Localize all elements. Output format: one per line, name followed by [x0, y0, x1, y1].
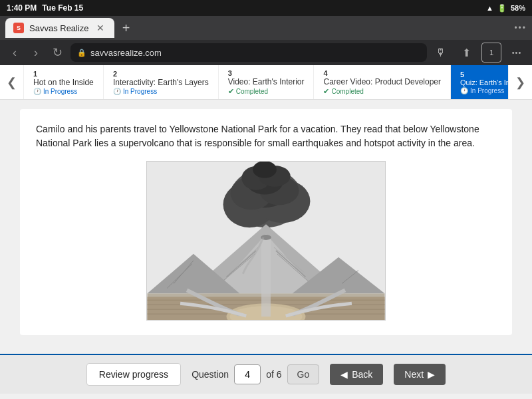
lock-icon: 🔒	[77, 49, 86, 57]
time-display: 1:40 PM	[7, 3, 37, 13]
back-nav-button[interactable]: ‹	[5, 43, 24, 62]
svg-rect-32	[261, 237, 271, 317]
lesson-status-1: 🕐 In Progress	[33, 88, 94, 95]
lesson-number-2: 2	[113, 70, 209, 78]
tab-menu-dots: •••	[514, 23, 527, 33]
clock-icon-5: 🕐	[460, 87, 468, 94]
lesson-status-2: 🕐 In Progress	[113, 88, 209, 95]
wifi-icon: ▲	[486, 4, 493, 12]
reload-button[interactable]: ↻	[48, 43, 66, 62]
status-right: ▲ 🔋 58%	[486, 4, 525, 13]
status-bar: 1:40 PM Tue Feb 15 ▲ 🔋 58%	[0, 0, 532, 16]
next-label: Next	[404, 369, 424, 380]
passage-text: Camilo and his parents travel to Yellows…	[36, 122, 496, 150]
tab-switcher-icon[interactable]: 1	[481, 43, 501, 63]
status-left: 1:40 PM Tue Feb 15	[7, 3, 83, 13]
volcano-image	[146, 161, 386, 321]
volcano-svg	[147, 162, 385, 320]
next-arrow-icon: ▶	[428, 369, 435, 380]
lesson-status-5: 🕐 In Progress	[460, 87, 508, 94]
share-icon[interactable]: ⬆	[456, 43, 476, 63]
lesson-item-4[interactable]: 4 Career Video: Product Developer ✔ Comp…	[314, 65, 451, 99]
check-icon-3: ✔	[228, 87, 234, 96]
question-navigator: Question of 6 Go	[192, 364, 319, 384]
lesson-item-2[interactable]: 2 Interactivity: Earth's Layers 🕐 In Pro…	[104, 65, 219, 99]
back-label: Back	[352, 369, 372, 380]
lesson-nav-right-arrow[interactable]: ❯	[508, 65, 532, 99]
check-icon-4: ✔	[323, 87, 329, 96]
lesson-items-container: 1 Hot on the Inside 🕐 In Progress 2 Inte…	[24, 65, 508, 99]
lesson-number-5: 5	[460, 70, 508, 78]
more-options-icon[interactable]: •••	[507, 43, 527, 63]
lesson-number-4: 4	[323, 69, 441, 77]
main-content: Camilo and his parents travel to Yellows…	[0, 100, 532, 354]
lesson-status-3: ✔ Completed	[228, 87, 305, 96]
address-right-icons: 🎙 ⬆ 1 •••	[431, 43, 527, 63]
tab-bar: S Savvas Realize ✕ + •••	[0, 16, 532, 40]
address-bar-row: ‹ › ↻ 🔒 savvasrealize.com 🎙 ⬆ 1 •••	[0, 40, 532, 65]
lesson-title-4: Career Video: Product Developer	[323, 77, 441, 86]
address-text: savvasrealize.com	[90, 48, 162, 58]
tab-close-button[interactable]: ✕	[94, 22, 106, 34]
question-label: Question	[192, 369, 229, 380]
address-bar[interactable]: 🔒 savvasrealize.com	[70, 43, 427, 62]
clock-icon-1: 🕐	[33, 88, 41, 95]
lesson-item-1[interactable]: 1 Hot on the Inside 🕐 In Progress	[24, 65, 104, 99]
battery-icon: 🔋	[497, 4, 507, 13]
lesson-number-1: 1	[33, 70, 94, 78]
lesson-title-1: Hot on the Inside	[33, 78, 94, 87]
review-progress-button[interactable]: Review progress	[86, 363, 181, 386]
lesson-item-3[interactable]: 3 Video: Earth's Interior ✔ Completed	[219, 65, 315, 99]
battery-percent: 58%	[511, 4, 525, 12]
active-tab[interactable]: S Savvas Realize ✕	[5, 18, 114, 38]
back-button[interactable]: ◀ Back	[330, 364, 383, 385]
lesson-status-4: ✔ Completed	[323, 87, 441, 96]
nav-buttons: ‹ › ↻	[5, 43, 66, 62]
go-button[interactable]: Go	[287, 364, 320, 384]
footer-navigation: Review progress Question of 6 Go ◀ Back …	[0, 354, 532, 394]
tab-favicon: S	[13, 23, 24, 33]
lesson-navigation: ❮ 1 Hot on the Inside 🕐 In Progress 2 In…	[0, 65, 532, 100]
clock-icon-2: 🕐	[113, 88, 121, 95]
svg-point-10	[253, 162, 277, 178]
lesson-nav-left-arrow[interactable]: ❮	[0, 65, 24, 99]
lesson-title-3: Video: Earth's Interior	[228, 77, 305, 86]
forward-nav-button[interactable]: ›	[27, 43, 45, 62]
lesson-item-5[interactable]: 5 Quiz: Earth's Interior Copy 1 🕐 In Pro…	[451, 65, 508, 99]
date-display: Tue Feb 15	[42, 3, 83, 13]
content-card: Camilo and his parents travel to Yellows…	[20, 109, 512, 335]
lesson-title-2: Interactivity: Earth's Layers	[113, 78, 209, 87]
question-number-input[interactable]	[234, 364, 261, 384]
lesson-title-5: Quiz: Earth's Interior Copy 1	[460, 78, 508, 86]
new-tab-button[interactable]: +	[117, 19, 136, 37]
question-of-label: of 6	[266, 369, 281, 380]
next-button[interactable]: Next ▶	[394, 364, 446, 385]
lesson-number-3: 3	[228, 69, 305, 77]
tab-label: Savvas Realize	[29, 23, 89, 33]
back-arrow-icon: ◀	[340, 369, 348, 380]
microphone-icon[interactable]: 🎙	[431, 43, 451, 63]
